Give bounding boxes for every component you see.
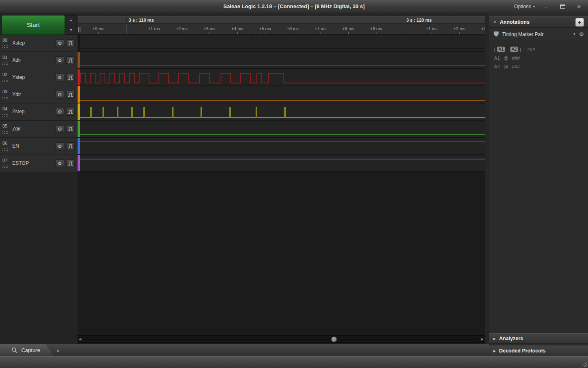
- channel-trigger-button[interactable]: [66, 39, 75, 47]
- waveform-trace: [78, 69, 485, 85]
- waveform-row[interactable]: [78, 86, 485, 103]
- minor-tick: [370, 33, 371, 34]
- channel-trigger-button[interactable]: [66, 74, 75, 81]
- channel-trigger-button[interactable]: [66, 159, 75, 167]
- annotations-header[interactable]: ▼ Annotations +: [489, 16, 588, 28]
- scroll-left-button[interactable]: ◀: [78, 336, 82, 342]
- channel-trigger-button[interactable]: [66, 108, 75, 116]
- major-tick: [348, 32, 349, 34]
- titlebar-controls: Options ▾ – ×: [514, 0, 584, 13]
- add-annotation-button[interactable]: +: [575, 18, 584, 27]
- minor-tick: [387, 33, 388, 34]
- close-button[interactable]: ×: [574, 0, 584, 13]
- resize-grip[interactable]: [581, 361, 587, 367]
- minor-tick: [109, 33, 110, 34]
- waveform-row[interactable]: [78, 121, 485, 138]
- timeline-tick-label: +3 ms: [475, 26, 485, 31]
- minor-tick: [337, 33, 338, 34]
- minor-tick: [382, 33, 382, 34]
- restore-button[interactable]: [558, 4, 568, 9]
- horizontal-scrollbar[interactable]: ◀ ▶: [78, 335, 485, 343]
- minor-tick: [282, 33, 282, 34]
- channel-trigger-button[interactable]: [66, 142, 75, 150]
- drag-handle-icon[interactable]: [2, 96, 8, 100]
- drag-handle-icon[interactable]: [2, 165, 8, 168]
- drag-handle-icon[interactable]: [2, 62, 8, 65]
- waveform-trace: [78, 121, 485, 137]
- stepper-up-button[interactable]: ▲: [66, 16, 76, 25]
- scroll-right-button[interactable]: ▶: [480, 336, 485, 342]
- timeline-tick-label: +4 ms: [225, 26, 249, 31]
- minor-tick: [171, 33, 171, 34]
- waveform-row[interactable]: [78, 35, 485, 52]
- channel-number: 07: [2, 158, 7, 163]
- delta-value: ###: [527, 47, 535, 52]
- timeline-tick-label: +9 ms: [86, 26, 111, 31]
- waveform-row[interactable]: [78, 52, 485, 69]
- channel-settings-button[interactable]: ⚙: [56, 39, 64, 47]
- minor-tick: [248, 33, 249, 34]
- timeline-tick-label: +2 ms: [169, 26, 194, 31]
- tab-overflow-button[interactable]: »: [56, 344, 60, 356]
- tab-capture[interactable]: Capture: [0, 344, 54, 356]
- minor-tick: [437, 33, 438, 34]
- channel-trigger-button[interactable]: [66, 125, 75, 133]
- drag-handle-icon[interactable]: [2, 79, 8, 83]
- channel-number: 05: [2, 123, 7, 128]
- channel-settings-button[interactable]: ⚙: [56, 142, 64, 150]
- waveform-row[interactable]: [78, 138, 485, 155]
- channel-settings-button[interactable]: ⚙: [56, 125, 64, 133]
- a1-value: ###: [512, 56, 520, 61]
- channel-settings-button[interactable]: ⚙: [56, 159, 64, 167]
- minor-tick: [137, 33, 138, 34]
- expand-triangle-icon: ▶: [493, 337, 496, 341]
- trigger-pulse-icon: [68, 40, 74, 46]
- channel-settings-button[interactable]: ⚙: [56, 56, 64, 64]
- minor-tick: [165, 33, 165, 34]
- waveform-trace: [78, 52, 485, 68]
- major-tick: [182, 32, 182, 34]
- channel-trigger-button[interactable]: [66, 91, 75, 99]
- minor-tick: [160, 33, 160, 34]
- scrollbar-thumb[interactable]: [331, 337, 337, 342]
- capture-settings-stepper: ▲ ▼: [66, 15, 76, 35]
- capture-lens-icon: [11, 347, 18, 353]
- analyzers-header[interactable]: ▶ Analyzers: [489, 333, 588, 344]
- minor-tick: [354, 33, 354, 34]
- timeline-tick-label: +1 ms: [419, 26, 444, 31]
- channel-settings-button[interactable]: ⚙: [56, 74, 64, 81]
- drag-handle-icon[interactable]: [2, 114, 8, 117]
- channel-settings-button[interactable]: ⚙: [56, 108, 64, 116]
- timing-marker-pair-row[interactable]: Timing Marker Pair ▼ ⚙: [489, 29, 588, 40]
- caret-down-icon: ▾: [533, 4, 535, 9]
- waveform-row[interactable]: [78, 155, 485, 172]
- marker-dropdown-icon[interactable]: ▼: [572, 32, 576, 36]
- options-menu[interactable]: Options ▾: [514, 4, 535, 9]
- a2-label: A2: [494, 64, 500, 69]
- start-capture-button[interactable]: Start: [2, 15, 65, 35]
- drag-handle-icon[interactable]: [2, 148, 8, 151]
- trigger-pulse-icon: [68, 109, 74, 115]
- marker-settings-icon[interactable]: ⚙: [579, 31, 584, 37]
- channel-row: 00Xstep⚙: [0, 35, 78, 52]
- minor-tick: [259, 33, 260, 34]
- minor-tick: [476, 33, 477, 34]
- stepper-down-button[interactable]: ▼: [66, 25, 76, 34]
- channel-name: EN: [12, 143, 19, 149]
- minor-tick: [465, 33, 466, 34]
- waveform-trace: [78, 155, 485, 171]
- collapse-triangle-icon: ▼: [493, 20, 497, 24]
- waveform-row[interactable]: [78, 103, 485, 121]
- drag-handle-icon[interactable]: [2, 131, 8, 134]
- decoded-protocols-header[interactable]: ▶ Decoded Protocols: [489, 346, 588, 356]
- major-tick: [432, 32, 432, 34]
- marker-a2-line: A2 @ ###: [494, 62, 535, 71]
- minor-tick: [365, 33, 365, 34]
- drag-handle-icon[interactable]: [2, 45, 8, 48]
- minor-tick: [132, 33, 132, 34]
- channel-trigger-button[interactable]: [66, 56, 75, 64]
- waveform-row[interactable]: [78, 69, 485, 86]
- minor-tick: [426, 33, 426, 34]
- channel-settings-button[interactable]: ⚙: [56, 91, 64, 99]
- minimize-button[interactable]: –: [541, 0, 551, 13]
